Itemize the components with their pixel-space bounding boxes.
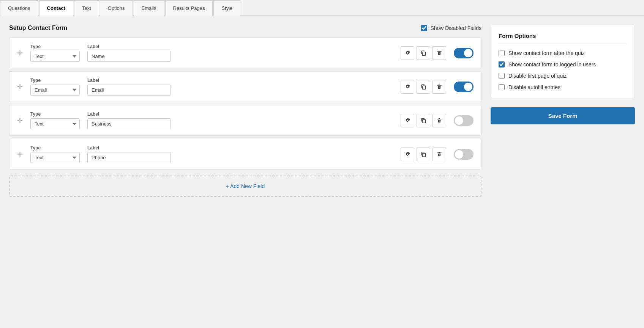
- toggle-slider-1: [454, 48, 474, 58]
- option-item-opt-after-quiz[interactable]: Show contact form after the quiz: [499, 50, 627, 56]
- copy-icon: [421, 118, 426, 123]
- toggle-4[interactable]: [454, 149, 474, 160]
- label-input-3[interactable]: [87, 118, 171, 129]
- field-row-2: ✛ Type TextEmailPhoneNameAddressNumberDa…: [9, 71, 481, 102]
- option-checkbox-opt-logged-in[interactable]: [499, 61, 505, 67]
- field-row-3: ✛ Type TextEmailPhoneNameAddressNumberDa…: [9, 105, 481, 136]
- field-type-group-4: Type TextEmailPhoneNameAddressNumberDate…: [30, 145, 80, 163]
- option-item-opt-logged-in[interactable]: Show contact form to logged in users: [499, 61, 627, 67]
- save-form-button[interactable]: Save Form: [491, 107, 635, 124]
- tab-emails[interactable]: Emails: [134, 0, 164, 16]
- delete-button-3[interactable]: [432, 114, 446, 127]
- type-select-1[interactable]: TextEmailPhoneNameAddressNumberDateDropd…: [30, 51, 80, 62]
- show-disabled-checkbox[interactable]: [421, 25, 427, 31]
- field-label-group-4: Label: [87, 145, 393, 163]
- copy-button-2[interactable]: [417, 80, 430, 94]
- toggle-slider-4: [454, 149, 474, 160]
- type-label-3: Type: [30, 111, 80, 117]
- label-label-1: Label: [87, 44, 393, 49]
- field-type-group-2: Type TextEmailPhoneNameAddressNumberDate…: [30, 78, 80, 96]
- show-disabled-text: Show Disabled Fields: [430, 25, 481, 31]
- label-input-1[interactable]: [87, 51, 171, 62]
- delete-button-4[interactable]: [432, 148, 446, 161]
- type-select-3[interactable]: TextEmailPhoneNameAddressNumberDateDropd…: [30, 118, 80, 129]
- tab-style[interactable]: Style: [213, 0, 240, 16]
- section-title: Setup Contact Form: [9, 25, 67, 31]
- drag-handle-2[interactable]: ✛: [17, 83, 23, 91]
- type-label-2: Type: [30, 78, 80, 83]
- toggle-slider-2: [454, 82, 474, 92]
- option-item-opt-disable-first[interactable]: Disable first page of quiz: [499, 73, 627, 79]
- option-checkbox-opt-after-quiz[interactable]: [499, 50, 505, 56]
- label-label-4: Label: [87, 145, 393, 151]
- copy-icon: [421, 50, 426, 56]
- copy-button-1[interactable]: [417, 46, 430, 60]
- trash-icon: [437, 118, 442, 123]
- settings-button-1[interactable]: [401, 46, 414, 60]
- page-wrapper: QuestionsContactTextOptionsEmailsResults…: [0, 0, 644, 206]
- form-options-card: Form Options Show contact form after the…: [491, 25, 635, 98]
- delete-button-1[interactable]: [432, 46, 446, 60]
- settings-button-4[interactable]: [401, 148, 414, 161]
- field-actions-3: [401, 114, 446, 127]
- copy-button-4[interactable]: [417, 148, 430, 161]
- tabs-bar: QuestionsContactTextOptionsEmailsResults…: [0, 0, 644, 16]
- field-actions-1: [401, 46, 446, 60]
- toggle-1[interactable]: [454, 48, 474, 58]
- toggle-2[interactable]: [454, 82, 474, 92]
- tab-text[interactable]: Text: [74, 0, 99, 16]
- gear-icon: [405, 50, 410, 56]
- gear-icon: [405, 84, 410, 89]
- option-checkbox-opt-disable-first[interactable]: [499, 73, 505, 79]
- trash-icon: [437, 50, 442, 56]
- field-type-group-3: Type TextEmailPhoneNameAddressNumberDate…: [30, 111, 80, 129]
- field-row-1: ✛ Type TextEmailPhoneNameAddressNumberDa…: [9, 38, 481, 68]
- field-label-group-3: Label: [87, 111, 393, 129]
- option-label-opt-disable-autofill: Disable autofill entries: [508, 84, 560, 90]
- copy-button-3[interactable]: [417, 114, 430, 127]
- show-disabled-label[interactable]: Show Disabled Fields: [421, 25, 481, 31]
- options-container: Show contact form after the quiz Show co…: [499, 50, 627, 90]
- gear-icon: [405, 118, 410, 123]
- form-options-title: Form Options: [499, 33, 627, 44]
- field-actions-4: [401, 148, 446, 161]
- option-label-opt-after-quiz: Show contact form after the quiz: [508, 50, 585, 56]
- drag-handle-1[interactable]: ✛: [17, 49, 23, 57]
- drag-handle-4[interactable]: ✛: [17, 150, 23, 159]
- field-label-group-1: Label: [87, 44, 393, 62]
- type-select-2[interactable]: TextEmailPhoneNameAddressNumberDateDropd…: [30, 85, 80, 96]
- toggle-slider-3: [454, 115, 474, 126]
- option-label-opt-logged-in: Show contact form to logged in users: [508, 61, 596, 67]
- label-input-2[interactable]: [87, 85, 171, 96]
- fields-container: ✛ Type TextEmailPhoneNameAddressNumberDa…: [9, 38, 481, 169]
- option-checkbox-opt-disable-autofill[interactable]: [499, 84, 505, 90]
- field-row-4: ✛ Type TextEmailPhoneNameAddressNumberDa…: [9, 139, 481, 169]
- gear-icon: [405, 151, 410, 157]
- tab-contact[interactable]: Contact: [39, 0, 73, 16]
- toggle-3[interactable]: [454, 115, 474, 126]
- delete-button-2[interactable]: [432, 80, 446, 94]
- copy-icon: [421, 84, 426, 89]
- trash-icon: [437, 84, 442, 89]
- trash-icon: [437, 151, 442, 157]
- option-item-opt-disable-autofill[interactable]: Disable autofill entries: [499, 84, 627, 90]
- add-field-button[interactable]: + Add New Field: [9, 176, 481, 197]
- section-header: Setup Contact Form Show Disabled Fields: [9, 25, 481, 31]
- field-label-group-2: Label: [87, 78, 393, 96]
- tab-options[interactable]: Options: [100, 0, 133, 16]
- type-select-4[interactable]: TextEmailPhoneNameAddressNumberDateDropd…: [30, 152, 80, 163]
- field-type-group-1: Type TextEmailPhoneNameAddressNumberDate…: [30, 44, 80, 62]
- type-label-4: Type: [30, 145, 80, 151]
- copy-icon: [421, 151, 426, 157]
- settings-button-3[interactable]: [401, 114, 414, 127]
- settings-button-2[interactable]: [401, 80, 414, 94]
- label-label-2: Label: [87, 78, 393, 83]
- tab-results-pages[interactable]: Results Pages: [165, 0, 213, 16]
- type-label-1: Type: [30, 44, 80, 49]
- drag-handle-3[interactable]: ✛: [17, 116, 23, 125]
- left-section: Setup Contact Form Show Disabled Fields …: [9, 25, 481, 197]
- label-label-3: Label: [87, 111, 393, 117]
- main-content: Setup Contact Form Show Disabled Fields …: [0, 16, 644, 206]
- label-input-4[interactable]: [87, 152, 171, 163]
- tab-questions[interactable]: Questions: [0, 0, 38, 16]
